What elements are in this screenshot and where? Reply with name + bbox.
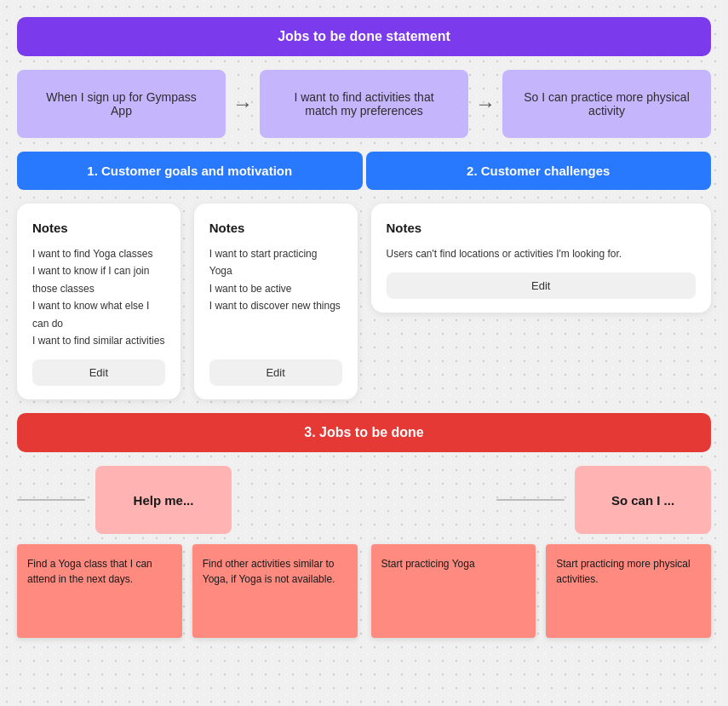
notes-card-1-title: Notes bbox=[32, 221, 165, 235]
section-headers: 1. Customer goals and motivation 2. Cust… bbox=[17, 152, 711, 190]
notes-card-2-edit-button[interactable]: Edit bbox=[209, 359, 342, 386]
notes-card-2: Notes I want to start practicing Yoga I … bbox=[194, 204, 358, 399]
sticky-note-4: Start practicing more physical activitie… bbox=[546, 544, 711, 638]
notes-card-1-edit-button[interactable]: Edit bbox=[32, 359, 165, 386]
sticky-note-3: Start practicing Yoga bbox=[371, 544, 536, 638]
section-header-right: 2. Customer challenges bbox=[366, 152, 712, 190]
flow-box-3: So I can practice more physical activity bbox=[502, 70, 711, 138]
help-me-box: Help me... bbox=[95, 466, 232, 534]
sticky-note-2: Find other activities similar to Yoga, i… bbox=[192, 544, 358, 638]
notes-card-2-title: Notes bbox=[209, 221, 342, 235]
flow-arrow-1: → bbox=[226, 92, 260, 116]
notes-left-group: Notes I want to find Yoga classes I want… bbox=[17, 204, 358, 399]
notes-right-group: Notes Users can't find locations or acti… bbox=[371, 204, 712, 313]
jobs-banner-label: 3. Jobs to be done bbox=[304, 425, 423, 439]
left-line-decoration bbox=[17, 499, 85, 501]
jobs-to-be-done-banner: Jobs to be done statement bbox=[17, 17, 711, 56]
flow-arrow-2: → bbox=[468, 92, 502, 116]
notes-card-1: Notes I want to find Yoga classes I want… bbox=[17, 204, 181, 399]
right-line-decoration bbox=[496, 499, 565, 501]
jobs-to-be-done-section-banner: 3. Jobs to be done bbox=[17, 413, 711, 452]
so-can-i-box: So can I ... bbox=[575, 466, 711, 534]
flow-row: When I sign up for Gympass App → I want … bbox=[17, 70, 711, 138]
notes-card-2-content: I want to start practicing Yoga I want t… bbox=[209, 245, 342, 349]
sticky-notes-left: Find a Yoga class that I can attend in t… bbox=[17, 544, 358, 638]
flow-box-1: When I sign up for Gympass App bbox=[17, 70, 226, 138]
header-banner-label: Jobs to be done statement bbox=[278, 29, 450, 43]
sticky-note-1: Find a Yoga class that I can attend in t… bbox=[17, 544, 182, 638]
notes-card-3-content: Users can't find locations or activities… bbox=[387, 245, 696, 262]
notes-card-3: Notes Users can't find locations or acti… bbox=[371, 204, 712, 313]
notes-area: Notes I want to find Yoga classes I want… bbox=[17, 204, 711, 399]
notes-card-3-title: Notes bbox=[387, 221, 696, 235]
notes-card-1-content: I want to find Yoga classes I want to kn… bbox=[32, 245, 165, 349]
notes-card-3-edit-button[interactable]: Edit bbox=[387, 273, 696, 299]
sticky-notes-right: Start practicing Yoga Start practicing m… bbox=[371, 544, 712, 638]
section-header-left: 1. Customer goals and motivation bbox=[17, 152, 363, 190]
flow-box-2: I want to find activities that match my … bbox=[260, 70, 468, 138]
